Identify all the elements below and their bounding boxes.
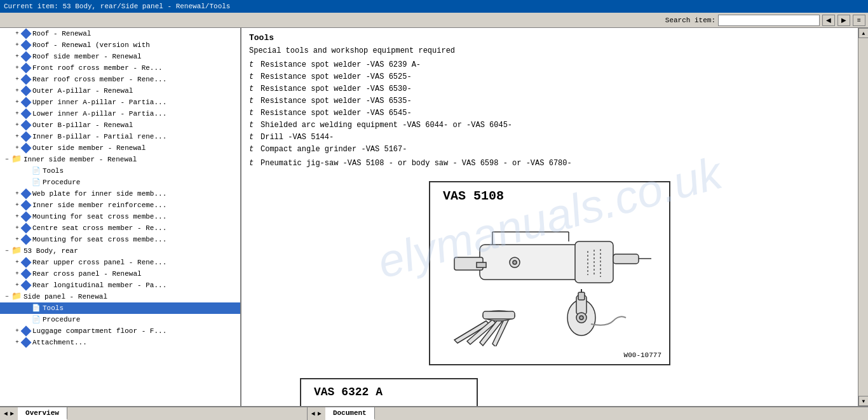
tool-t-marker: t	[249, 145, 254, 154]
tree-diamond-icon	[21, 326, 32, 337]
tree-item[interactable]: +Outer B-pillar - Renewal	[0, 119, 240, 131]
search-input[interactable]	[718, 15, 820, 26]
title-bar: Current item: 53 Body, rear/Side panel -…	[0, 0, 868, 13]
tree-label: Rear roof cross member - Rene...	[32, 74, 166, 85]
tree-item[interactable]: −📁Inner side member - Renewal	[0, 154, 240, 165]
tree-label: Inner side member reinforceme...	[32, 200, 166, 210]
tree-label: Rear longitudinal member - Pa...	[32, 280, 166, 290]
tree-label: Rear upper cross panel - Rene...	[32, 257, 166, 268]
tree-diamond-icon	[21, 120, 32, 131]
content-title: Tools	[249, 33, 850, 43]
tree-label: Mounting for seat cross membe...	[32, 212, 166, 222]
nav-doc-right[interactable]: ►	[316, 410, 323, 417]
tree-item[interactable]: +Roof side member - Renewal	[0, 51, 240, 62]
tool-line: tResistance spot welder -VAS 6239 A-	[249, 60, 850, 69]
tree-folder-icon: 📁	[11, 246, 22, 256]
tree-item[interactable]: +Outer A-pillar - Renewal	[0, 85, 240, 97]
tree-diamond-icon	[21, 189, 32, 200]
tree-item[interactable]: +Mounting for seat cross membe...	[0, 234, 240, 245]
search-options-button[interactable]: ≡	[853, 15, 865, 26]
tool-line: tResistance spot welder -VAS 6525-	[249, 72, 850, 81]
tree-item[interactable]: +Rear cross panel - Renewal	[0, 268, 240, 280]
tool-line: tResistance spot welder -VAS 6535-	[249, 97, 850, 105]
tree-expand-icon[interactable]: −	[3, 155, 11, 164]
tree-item[interactable]: +Rear roof cross member - Rene...	[0, 74, 240, 85]
tree-label: Inner B-pillar - Partial rene...	[32, 132, 166, 142]
search-next-button[interactable]: ▶	[837, 15, 850, 26]
tree-diamond-icon	[21, 143, 32, 154]
tree-item[interactable]: +Attachment...	[0, 337, 240, 348]
tool-line: tResistance spot welder -VAS 6530-	[249, 85, 850, 93]
vas-6322a-diagram: VAS 6322 A	[300, 378, 478, 406]
nav-right-arrow[interactable]: ►	[9, 410, 15, 417]
tree-item[interactable]: +Front roof cross member - Re...	[0, 62, 240, 74]
svg-rect-2	[613, 254, 639, 264]
tree-item[interactable]: +Outer side member - Renewal	[0, 142, 240, 154]
tool-text: Resistance spot welder -VAS 6545-	[261, 109, 412, 118]
tool-t-marker: t	[249, 85, 254, 93]
nav-doc-left[interactable]: ◄	[310, 410, 316, 417]
tree-label: Outer B-pillar - Renewal	[32, 120, 133, 130]
search-prev-button[interactable]: ◀	[822, 15, 835, 26]
right-panel: elymanuals.co.uk Tools Special tools and…	[241, 28, 858, 406]
tree-item[interactable]: 📄Procedure	[0, 314, 240, 325]
tree-diamond-icon	[21, 51, 32, 62]
tree-diamond-icon	[21, 280, 32, 291]
tree-item[interactable]: −📁Side panel - Renewal	[0, 291, 240, 302]
tree-label: Upper inner A-pillar - Partia...	[32, 97, 166, 107]
left-panel[interactable]: +Roof - Renewal+Roof - Renewal (version …	[0, 28, 241, 406]
tree-item[interactable]: 📄Tools	[0, 165, 240, 177]
tree-item[interactable]: +Rear longitudinal member - Pa...	[0, 280, 240, 291]
tree-expand-icon[interactable]: −	[3, 247, 11, 255]
tree-item[interactable]: 📄Tools	[0, 302, 240, 314]
tree-item[interactable]: +Luggage compartment floor - F...	[0, 325, 240, 337]
tab-document[interactable]: Document	[325, 407, 375, 420]
tree-item[interactable]: +Roof - Renewal	[0, 28, 240, 39]
scroll-up-button[interactable]: ▲	[858, 28, 868, 38]
tree-item[interactable]: +Roof - Renewal (version with	[0, 39, 240, 51]
tree-item[interactable]: +Rear upper cross panel - Rene...	[0, 257, 240, 268]
right-scrollbar[interactable]: ▲ ▼	[858, 28, 868, 406]
tree-diamond-icon	[21, 212, 32, 222]
tab-overview[interactable]: Overview	[18, 407, 67, 420]
tree-label: Procedure	[43, 177, 80, 187]
right-nav-arrows[interactable]: ◄ ►	[308, 407, 325, 420]
tree-label: Web plate for inner side memb...	[32, 189, 166, 199]
tree-label: Procedure	[43, 315, 80, 325]
tree-item[interactable]: +Lower inner A-pillar - Partia...	[0, 108, 240, 119]
tab-overview-label: Overview	[25, 409, 59, 417]
tree-item[interactable]: +Inner B-pillar - Partial rene...	[0, 131, 240, 142]
tree-diamond-icon	[21, 257, 32, 268]
tree-label: Outer A-pillar - Renewal	[32, 86, 133, 96]
tree-item[interactable]: −📁53 Body, rear	[0, 245, 240, 257]
tool-t-marker: t	[249, 109, 254, 118]
tree-label: Roof side member - Renewal	[32, 51, 142, 62]
tree-item[interactable]: +Upper inner A-pillar - Partia...	[0, 97, 240, 108]
tree-diamond-icon	[21, 74, 32, 85]
tool-marker: t	[249, 159, 254, 168]
tree-diamond-icon	[21, 337, 32, 348]
tree-item[interactable]: +Mounting for seat cross membe...	[0, 211, 240, 222]
tree-label: Tools	[43, 166, 64, 176]
tree-item[interactable]: +Web plate for inner side memb...	[0, 188, 240, 200]
tree-diamond-icon	[21, 109, 32, 119]
vas-5108-diagram: VAS 5108	[429, 181, 670, 365]
bottom-bar: ◄ ► Overview ◄ ► Document	[0, 406, 868, 420]
tool-t-marker: t	[249, 72, 254, 81]
tree-diamond-icon	[21, 269, 32, 280]
tree-expand-icon[interactable]: −	[3, 292, 11, 301]
tool-text: Resistance spot welder -VAS 6525-	[261, 72, 412, 81]
tree-diamond-icon	[21, 132, 32, 142]
tree-label: Centre seat cross member - Re...	[32, 223, 166, 233]
tool-text: Compact angle grinder -VAS 5167-	[261, 145, 407, 154]
nav-left-arrow[interactable]: ◄	[3, 410, 9, 417]
tool-t-marker: t	[249, 121, 254, 130]
tree-item[interactable]: 📄Procedure	[0, 177, 240, 188]
tree-item[interactable]: +Centre seat cross member - Re...	[0, 222, 240, 234]
tree-item[interactable]: +Inner side member reinforceme...	[0, 200, 240, 211]
svg-rect-15	[483, 311, 515, 319]
scroll-down-button[interactable]: ▼	[858, 396, 868, 406]
tool-line: tCompact angle grinder -VAS 5167-	[249, 145, 850, 154]
tree-doc-icon: 📄	[32, 177, 41, 187]
left-nav-arrows[interactable]: ◄ ►	[0, 407, 18, 420]
